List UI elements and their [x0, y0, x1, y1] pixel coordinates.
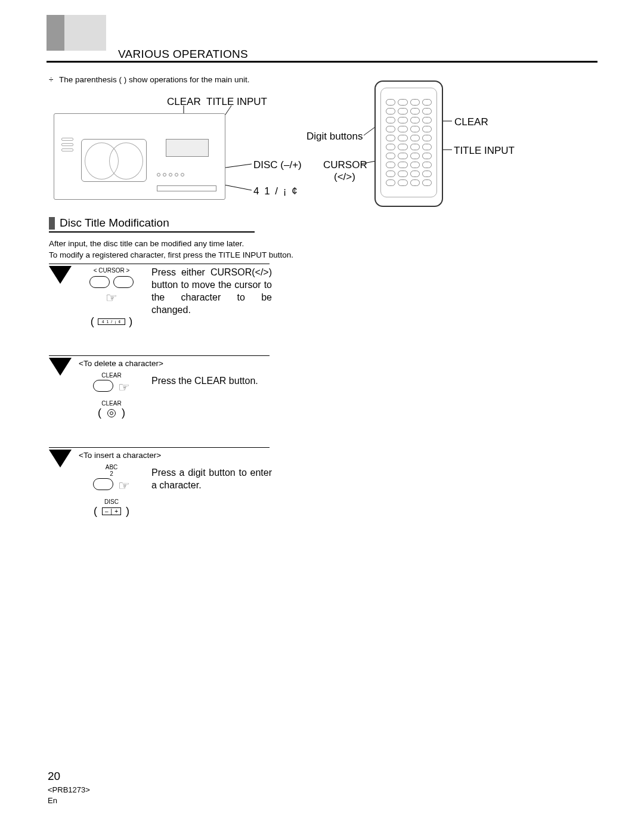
- remote-button-grid: [386, 99, 432, 186]
- page-number: 20: [48, 769, 90, 785]
- intro-line-2: To modify a registered character, first …: [49, 250, 293, 261]
- mu-side-buttons: [61, 138, 73, 154]
- pointing-hand-icon: ☞: [118, 380, 130, 395]
- paren-open: (: [94, 505, 97, 518]
- down-arrow-icon: [49, 450, 72, 467]
- step3-illustration: ABC 2 ☞ DISC ( –|+ ): [76, 464, 147, 518]
- step2-heading: <To delete a character>: [79, 359, 163, 368]
- section-intro: After input, the disc title can be modif…: [49, 239, 293, 261]
- cursor-right: >: [126, 267, 129, 274]
- tab-dark: [47, 15, 64, 51]
- step3-heading: <To insert a character>: [79, 451, 161, 460]
- step2-illustration: CLEAR ☞ CLEAR ( ): [76, 372, 147, 419]
- down-arrow-icon: [49, 358, 72, 376]
- page-header-title: VARIOUS OPERATIONS: [118, 48, 248, 61]
- bullet-icon: ÷: [49, 75, 53, 84]
- clear-label-bottom: CLEAR: [76, 400, 147, 407]
- main-unit-note: ÷ The parenthesis ( ) show operations fo…: [49, 75, 250, 84]
- step2-body: Press the CLEAR button.: [151, 374, 272, 387]
- header-rule: [47, 61, 597, 63]
- disc-minus-plus-icon: –|+: [102, 507, 121, 515]
- clear-label-top: CLEAR: [76, 372, 147, 379]
- digit-button: [93, 478, 113, 490]
- note-text: The parenthesis ( ) show operations for …: [59, 75, 250, 84]
- footer-code: <PRB1273>: [48, 785, 90, 795]
- panel-text: 4 1 / ¡ ¢: [98, 318, 126, 325]
- paren-close: ): [129, 315, 132, 328]
- paren-close: ): [122, 407, 125, 419]
- paren-close: ): [126, 505, 129, 518]
- step-rule: [49, 264, 270, 264]
- section-underline: [49, 231, 255, 233]
- step-cursor: < CURSOR > ☞ ( 4 1 / ¡ ¢ ) Press either …: [49, 264, 270, 353]
- pointing-hand-icon: ☞: [118, 478, 130, 493]
- mu-disc-carousel: [81, 139, 147, 182]
- mu-circle-buttons: [157, 173, 184, 176]
- remote-inner: [380, 88, 437, 197]
- step3-body: Press a digit button to enter a characte…: [151, 466, 272, 491]
- controls-diagram: CLEAR TITLE INPUT DISC (–/+) 4 1 / ¡ ¢ D…: [48, 92, 596, 212]
- clear-button: [93, 380, 113, 392]
- remote-illustration: [374, 80, 443, 207]
- mu-display: [166, 139, 209, 157]
- paren-open: (: [91, 315, 94, 328]
- unit-clear-button-icon: [107, 409, 116, 417]
- section-heading: Disc Title Modification: [49, 216, 255, 230]
- step-rule: [49, 355, 270, 356]
- page-footer: 20 <PRB1273> En: [48, 769, 90, 806]
- tab-light: [64, 15, 106, 51]
- abc-label: ABC: [76, 464, 147, 470]
- section-title-text: Disc Title Modification: [60, 216, 169, 230]
- cursor-mid: CURSOR: [98, 267, 124, 274]
- page-thumb-tab: [47, 15, 106, 51]
- cursor-left: <: [94, 267, 97, 274]
- pointing-hand-icon: ☞: [76, 290, 147, 306]
- cursor-top-label: < CURSOR >: [76, 267, 147, 274]
- footer-lang: En: [48, 795, 90, 806]
- section-heading-block-icon: [49, 217, 55, 230]
- paren-open: (: [98, 407, 101, 419]
- step-delete: <To delete a character> CLEAR ☞ CLEAR ( …: [49, 355, 270, 445]
- down-arrow-icon: [49, 266, 72, 284]
- digit-2-label: 2: [76, 470, 147, 477]
- step-rule: [49, 447, 270, 448]
- cursor-left-button: [89, 276, 110, 288]
- step-insert: <To insert a character> ABC 2 ☞ DISC ( –…: [49, 447, 270, 543]
- step1-illustration: < CURSOR > ☞ ( 4 1 / ¡ ¢ ): [76, 267, 147, 328]
- step1-body: Press either CURSOR(</>) button to move …: [151, 266, 272, 316]
- main-unit-illustration: [54, 113, 225, 200]
- disc-label: DISC: [76, 498, 147, 505]
- cursor-right-button: [113, 276, 134, 288]
- mu-lower-bar: [157, 185, 216, 191]
- intro-line-1: After input, the disc title can be modif…: [49, 239, 293, 250]
